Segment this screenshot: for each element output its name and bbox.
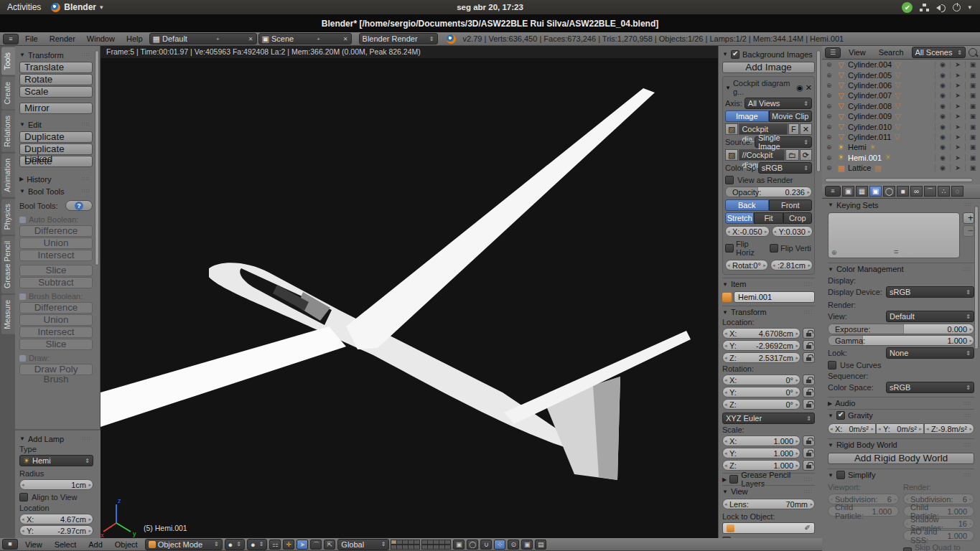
outliner-row-active[interactable]: ⊕☀Hemi.001☀◉➤▣ [822, 153, 980, 163]
mode-dropdown[interactable]: Object Mode⇕ [145, 539, 223, 550]
lock-icon[interactable] [803, 435, 815, 446]
movieclip-toggle[interactable]: Movie Clip [769, 110, 813, 122]
renderability-icon[interactable]: ▣ [965, 82, 980, 89]
scale-manipulator-toggle[interactable]: ⇱ [324, 540, 335, 550]
gravity-z-field[interactable]: Z:-9.8m/s² [924, 423, 974, 434]
outliner-row[interactable]: ⊕▽Cylinder.007▽◉➤▣ [822, 90, 980, 100]
lock-to-object-field[interactable]: ✐ [722, 522, 815, 534]
panel-booltools-header[interactable]: ▼Bool Tools [19, 185, 93, 197]
opengl-render-button[interactable]: ▣ [521, 540, 533, 550]
duplicate-linked-button[interactable]: Duplicate Linked [19, 143, 93, 155]
rot-y-field[interactable]: Y:0° [722, 387, 801, 397]
axis-dropdown[interactable]: All Views⇕ [745, 98, 812, 109]
selectability-icon[interactable]: ➤ [950, 154, 965, 161]
duplicate-button[interactable]: Duplicate [19, 131, 93, 143]
image-browse-dropdown[interactable]: ▨ [725, 123, 738, 135]
tab-physics[interactable]: Physics [1, 199, 15, 235]
view-as-render-checkbox[interactable] [725, 176, 734, 184]
brush-difference-button[interactable]: Difference [19, 302, 93, 314]
mirror-button[interactable]: Mirror [19, 103, 93, 114]
lock-to-scene-icon[interactable]: ▣ [453, 540, 465, 550]
opacity-slider[interactable]: Opacity: 0.236 [725, 187, 812, 197]
gravity-x-field[interactable]: X:0m/s² [828, 423, 876, 434]
viewport-shading-dropdown[interactable]: ●⇕ [225, 539, 245, 550]
remove-keyingset-button[interactable]: − [963, 225, 974, 237]
scale-y-field[interactable]: Y:1.000 [722, 448, 801, 458]
app-menu[interactable]: Blender ▾ [51, 2, 103, 12]
crop-toggle[interactable]: Crop [783, 212, 812, 224]
outliner-row[interactable]: ⊕▽Cylinder.006▽◉➤▣ [822, 80, 980, 90]
reload-button[interactable]: ⟳ [800, 149, 812, 161]
rotate-manipulator-toggle[interactable]: ⌒ [310, 540, 322, 550]
colorspace-dropdown[interactable]: sRGB⇕ [758, 162, 812, 174]
select-menu[interactable]: Select [50, 538, 82, 551]
lock-icon[interactable] [803, 375, 815, 385]
visibility-icon[interactable]: ◉ [935, 72, 950, 79]
rotation-field[interactable]: Rotat:0° [725, 260, 768, 270]
visibility-icon[interactable]: ◉ [935, 133, 950, 141]
manipulator-axis-icon[interactable]: ✛ [283, 540, 294, 550]
scale-z-field[interactable]: Z:1.000 [722, 460, 801, 471]
lock-icon[interactable] [803, 352, 815, 363]
add-menu[interactable]: Add [83, 538, 108, 551]
visibility-icon[interactable]: ◉ [935, 103, 950, 110]
brush-union-button[interactable]: Union [19, 314, 93, 326]
layers-grid-2[interactable] [422, 540, 451, 550]
tab-render-layers[interactable]: ▦ [856, 186, 868, 197]
stretch-toggle[interactable]: Stretch [725, 212, 754, 224]
plus-icon[interactable]: + [313, 36, 320, 42]
simplify-checkbox[interactable] [836, 471, 845, 479]
editor-type-menu[interactable]: ≡ [3, 34, 19, 44]
outliner-row[interactable]: ⊕▽Cylinder.004▽◉➤▣ [822, 60, 980, 70]
booltools-help-button[interactable]: ? [65, 200, 93, 211]
view-menu[interactable]: View [20, 538, 47, 551]
gamma-slider[interactable]: Gamma:1.000 [828, 335, 974, 346]
renderability-icon[interactable]: ▣ [965, 61, 980, 68]
renderability-icon[interactable]: ▣ [965, 72, 980, 79]
open-folder-button[interactable]: 🗀 [785, 149, 799, 161]
image-toggle[interactable]: Image [725, 110, 769, 122]
scale-x-field[interactable]: X:1.000 [722, 435, 801, 446]
tab-tools[interactable]: Tools [1, 47, 15, 75]
rotate-button[interactable]: Rotate [19, 74, 93, 85]
panel-transform-header[interactable]: ▼Transform [19, 49, 93, 61]
add-image-button[interactable]: Add Image [722, 62, 815, 73]
lock-icon[interactable] [803, 340, 815, 351]
outliner-row[interactable]: ⊕▽Cylinder.009▽◉➤▣ [822, 111, 980, 121]
location-x-field[interactable]: X:4.67cm [19, 514, 93, 524]
gravity-checkbox[interactable] [836, 411, 845, 420]
power-icon[interactable] [953, 4, 961, 11]
viewport-childparticle-field[interactable]: Child Particle:1.000 [828, 506, 899, 517]
source-dropdown[interactable]: Single Image⇕ [755, 136, 812, 148]
panel-edit-header[interactable]: ▼Edit [19, 118, 93, 131]
renderability-icon[interactable]: ▣ [965, 164, 980, 171]
visibility-icon[interactable]: ◉ [935, 123, 950, 131]
brush-intersect-button[interactable]: Intersect [19, 326, 93, 338]
panel-view-header[interactable]: ▼View [722, 485, 815, 497]
tab-modifiers[interactable]: ⌒ [924, 186, 936, 197]
image-path-field[interactable]: //Cockpit diagram ... [739, 149, 784, 161]
toolshelf-scrollbar[interactable] [95, 50, 99, 265]
loc-x-field[interactable]: X:4.6708cm [722, 328, 801, 339]
lock-icon[interactable] [803, 448, 815, 458]
rot-z-field[interactable]: Z:0° [722, 399, 801, 410]
tab-render[interactable]: ▣ [842, 186, 854, 197]
flip-horizontal-checkbox[interactable] [725, 244, 734, 253]
visibility-icon[interactable]: ◉ [935, 164, 950, 171]
scale-button[interactable]: Scale [19, 86, 93, 98]
activities-button[interactable]: Activities [7, 2, 41, 12]
close-icon[interactable]: ✕ [806, 83, 812, 93]
panel-history-header[interactable]: ▶History [19, 173, 93, 185]
draw-poly-brush-button[interactable]: Draw Poly Brush [19, 364, 93, 375]
tab-create[interactable]: Create [1, 77, 15, 110]
size-field[interactable]: :2.81cm [770, 260, 813, 270]
tab-constraints[interactable]: ∞ [910, 186, 923, 197]
npanel-scrollbar[interactable] [816, 50, 821, 172]
pivot-align-toggle[interactable]: ⚏ [269, 540, 281, 550]
loc-z-field[interactable]: Z:2.5317cm [722, 352, 801, 363]
lock-icon[interactable] [803, 328, 815, 339]
editor-type-menu[interactable]: ■ [2, 539, 18, 550]
panel-colormanagement-header[interactable]: ▼Color Management [828, 263, 974, 275]
delete-button[interactable]: Delete [19, 156, 93, 167]
tab-measure[interactable]: Measure [1, 295, 15, 334]
